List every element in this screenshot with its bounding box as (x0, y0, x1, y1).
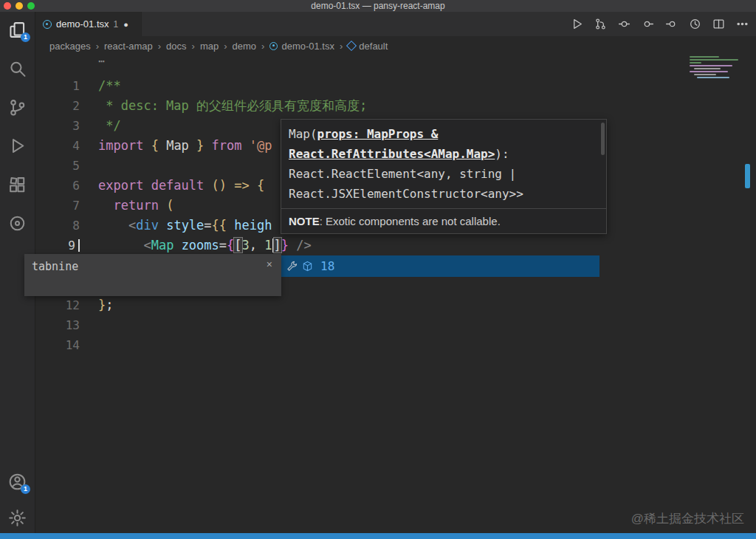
accounts-icon[interactable]: 1 (8, 473, 27, 491)
breadcrumb-item-default[interactable]: default (348, 41, 388, 52)
history-icon[interactable] (689, 18, 701, 30)
breadcrumb-separator: › (340, 41, 343, 52)
hover-scrollbar[interactable] (601, 123, 605, 155)
watermark: @稀土掘金技术社区 (631, 510, 744, 527)
code-text: <div style={{ heigh (98, 216, 272, 236)
code-line[interactable]: 1/** (35, 76, 746, 96)
tab-count: 1 (114, 19, 119, 30)
react-file-icon (43, 20, 52, 29)
code-token: div (136, 218, 166, 233)
split-editor-icon[interactable] (712, 18, 725, 30)
run-icon[interactable] (571, 18, 583, 30)
extensions-icon[interactable] (8, 176, 27, 194)
toolbar-circle-icon-2[interactable] (642, 18, 654, 30)
hover-text: Map( (289, 127, 317, 141)
scrollbar-thumb[interactable] (745, 164, 750, 188)
more-actions-icon[interactable] (736, 18, 749, 30)
code-token: () (212, 178, 235, 193)
line-number[interactable]: 2 (35, 96, 80, 116)
code-token: [ (234, 238, 241, 253)
code-token: } (98, 298, 106, 312)
code-token: */ (98, 118, 121, 133)
breadcrumb-label: demo (233, 41, 257, 52)
breadcrumb-separator: › (224, 41, 227, 52)
tabnine-popup: tabnine × (24, 254, 281, 296)
code-token (98, 238, 143, 253)
mapprops-link[interactable]: props: MapProps & (317, 127, 439, 141)
line-number[interactable]: 6 (35, 176, 80, 196)
code-text: <Map zooms={[3, 1]} /> (98, 236, 312, 255)
code-line[interactable]: 2 * desc: Map 的父组件必须具有宽度和高度; (35, 96, 746, 116)
hover-text: React.JSXElementConstructor<any>> (289, 184, 599, 204)
circle-extension-icon[interactable] (8, 214, 27, 233)
tab-bar: demo-01.tsx 1 ● (35, 12, 756, 36)
code-line[interactable]: 9 <Map zooms={[3, 1]} /> (35, 236, 746, 255)
code-token: => (234, 178, 257, 193)
line-number[interactable]: 14 (35, 335, 80, 355)
line-number[interactable]: 3 (35, 116, 80, 136)
breadcrumb-item-docs[interactable]: docs (166, 41, 186, 52)
hover-tooltip: Map(props: MapProps &React.RefAttributes… (281, 119, 607, 234)
breadcrumb: packages›react-amap›docs›map›demo›demo-0… (35, 36, 756, 55)
breadcrumb-item-packages[interactable]: packages (49, 41, 91, 52)
line-number[interactable]: 4 (35, 136, 80, 156)
line-number[interactable]: 8 (35, 216, 80, 236)
ts-file-icon (269, 42, 278, 50)
search-icon[interactable] (8, 60, 27, 78)
line-number[interactable]: 7 (35, 196, 80, 216)
breadcrumb-item-react-amap[interactable]: react-amap (104, 41, 153, 52)
code-text: /** (98, 76, 121, 96)
modified-dot-icon[interactable]: ● (123, 20, 128, 29)
code-token: = (204, 218, 211, 233)
breadcrumb-item-demo-01-tsx[interactable]: demo-01.tsx (269, 41, 334, 52)
code-token: { (151, 138, 159, 153)
tab-label: demo-01.tsx (56, 18, 109, 30)
code-token: } (281, 238, 289, 253)
code-token: < (143, 238, 151, 253)
line-number[interactable]: 5 (35, 156, 80, 176)
code-token: = (219, 238, 227, 253)
code-line[interactable]: 12}; (35, 295, 746, 315)
toolbar-circle-icon-1[interactable] (618, 18, 630, 30)
breadcrumb-item-demo[interactable]: demo (233, 41, 257, 52)
breadcrumb-label: packages (49, 41, 91, 52)
vscode-window: demo-01.tsx — pansy-react-amap 1 1 (0, 0, 756, 539)
toolbar-circle-icon-3[interactable] (665, 18, 678, 30)
code-token: , (250, 238, 264, 253)
code-token: import (98, 138, 151, 153)
breadcrumb-label: react-amap (104, 41, 153, 52)
explorer-icon[interactable]: 1 (8, 21, 27, 39)
wrench-icon (286, 261, 298, 272)
line-number[interactable]: 1 (35, 76, 80, 96)
code-token: zooms (182, 238, 219, 253)
code-token: {{ (212, 218, 227, 233)
breadcrumb-item-map[interactable]: map (200, 41, 219, 52)
settings-gear-icon[interactable] (8, 509, 27, 527)
breadcrumb-label: map (200, 41, 219, 52)
code-line[interactable]: 13 (35, 315, 746, 335)
window-title: demo-01.tsx — pansy-react-amap (0, 1, 756, 11)
code-text: import { Map } from '@p (98, 136, 272, 156)
tab-demo-01-tsx[interactable]: demo-01.tsx 1 ● (35, 12, 142, 36)
source-control-icon[interactable] (8, 98, 27, 117)
line-number[interactable]: 12 (35, 295, 80, 315)
line-number[interactable]: 9 (35, 236, 80, 255)
explorer-badge: 1 (21, 32, 30, 42)
code-line[interactable]: 14 (35, 335, 746, 355)
close-icon[interactable]: × (267, 258, 272, 270)
fold-ellipsis[interactable]: ⋯ (98, 55, 106, 68)
run-debug-icon[interactable] (8, 137, 27, 155)
code-token: export default (98, 178, 212, 193)
refattributes-link[interactable]: React.RefAttributes<AMap.Map> (289, 147, 495, 161)
suggest-label: 18 (320, 259, 334, 273)
code-text: }; (98, 295, 114, 315)
code-token: { (227, 238, 234, 253)
suggest-item-selected[interactable]: 18 (281, 255, 599, 277)
open-changes-icon[interactable] (594, 18, 607, 30)
code-token: ( (166, 198, 173, 213)
hover-text: ): (495, 147, 509, 161)
minimap[interactable] (687, 56, 744, 80)
code-token: 1 (264, 238, 272, 253)
line-number[interactable]: 13 (35, 315, 80, 335)
code-token: style (166, 218, 204, 233)
